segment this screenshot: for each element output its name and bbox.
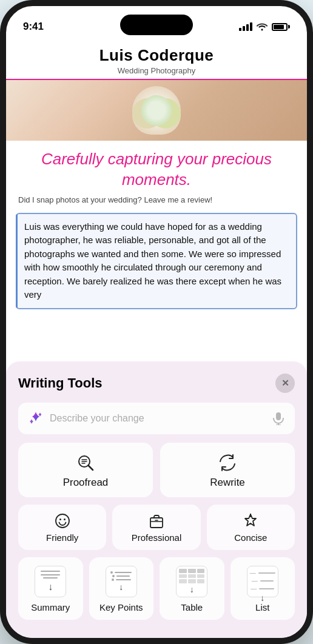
svg-line-4	[89, 466, 93, 471]
rewrite-label: Rewrite	[210, 477, 245, 489]
panel-title: Writing Tools	[18, 375, 103, 391]
list-button[interactable]: — — — ↓ List	[231, 557, 295, 620]
close-button[interactable]: ✕	[275, 374, 295, 393]
writing-tools-panel: Writing Tools ✕	[6, 361, 307, 638]
key-points-icon: ↓	[106, 566, 137, 597]
summary-label: Summary	[31, 602, 70, 612]
review-text-content: Luis was everything we could have hoped …	[24, 221, 281, 300]
svg-rect-11	[150, 518, 163, 528]
sparkle-icon	[28, 411, 44, 426]
summary-icon: ↓	[35, 566, 66, 597]
dynamic-island	[120, 15, 193, 35]
table-label: Table	[181, 602, 203, 612]
friendly-label: Friendly	[46, 532, 78, 543]
tone-actions: Friendly Professional Concise	[18, 505, 295, 550]
website-name: Luis Coderque	[18, 46, 295, 65]
website-hero-image	[6, 80, 307, 141]
describe-change-input[interactable]: Describe your change	[18, 403, 295, 434]
professional-button[interactable]: Professional	[112, 505, 200, 550]
signal-bar-1	[239, 28, 241, 31]
format-actions: ↓ Summary	[18, 557, 295, 620]
status-icons	[239, 22, 290, 31]
main-actions: Proofread Rewrite	[18, 443, 295, 497]
table-button[interactable]: ↓ Table	[160, 557, 224, 620]
website-cta: Did I snap photos at your wedding? Leave…	[6, 195, 307, 210]
website-header: Luis Coderque Wedding Photography	[6, 39, 307, 80]
list-label: List	[255, 602, 269, 612]
battery-icon	[272, 23, 290, 31]
panel-header: Writing Tools ✕	[18, 374, 295, 393]
svg-rect-0	[276, 412, 281, 420]
proofread-button[interactable]: Proofread	[18, 443, 153, 497]
search-placeholder-text: Describe your change	[50, 413, 266, 424]
website-subtitle: Wedding Photography	[18, 66, 295, 75]
summary-button[interactable]: ↓ Summary	[18, 557, 83, 620]
professional-label: Professional	[132, 532, 182, 543]
proofread-label: Proofread	[63, 477, 109, 489]
table-icon: ↓	[176, 566, 207, 597]
signal-bars-icon	[239, 22, 252, 31]
list-icon: — — — ↓	[247, 566, 278, 597]
rewrite-button[interactable]: Rewrite	[160, 443, 295, 497]
friendly-button[interactable]: Friendly	[18, 505, 106, 550]
professional-icon	[149, 513, 164, 529]
website-content: Luis Coderque Wedding Photography Carefu…	[6, 39, 307, 309]
signal-bar-3	[246, 24, 249, 31]
status-time: 9:41	[23, 21, 44, 33]
svg-point-9	[59, 518, 61, 520]
wifi-icon	[257, 22, 268, 31]
concise-label: Concise	[234, 532, 267, 543]
concise-icon	[243, 513, 258, 529]
key-points-button[interactable]: ↓ Key Points	[89, 557, 154, 620]
website-tagline: Carefully capturing your precious moment…	[6, 141, 307, 195]
microphone-icon[interactable]	[272, 412, 285, 425]
concise-button[interactable]: Concise	[207, 505, 295, 550]
phone-frame: 9:41	[0, 0, 313, 644]
review-text-box[interactable]: Luis was everything we could have hoped …	[16, 213, 297, 309]
key-points-label: Key Points	[99, 602, 143, 612]
friendly-icon	[55, 513, 70, 529]
signal-bar-4	[250, 22, 252, 31]
proofread-icon	[76, 454, 95, 472]
svg-point-10	[64, 518, 66, 520]
signal-bar-2	[243, 26, 245, 31]
rewrite-icon	[218, 454, 237, 472]
